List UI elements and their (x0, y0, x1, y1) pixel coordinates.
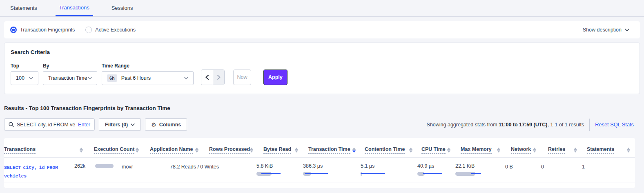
search-criteria-card: Search Criteria Top 100 By Transaction T… (4, 43, 640, 94)
execution-count-value: 262k (74, 163, 85, 169)
sort-icon (136, 148, 139, 153)
sort-icon (574, 148, 577, 153)
rows-processed-cell: 78.2 Reads / 0 Writes (170, 163, 223, 170)
sort-icon (409, 148, 412, 153)
search-enter-button[interactable]: Enter (78, 122, 90, 128)
column-header-transactions[interactable]: Transactions (4, 143, 88, 157)
time-next-button[interactable] (213, 70, 224, 85)
max-memory-cell: 22.1 KiB (455, 163, 505, 176)
column-header-rows-processed[interactable]: Rows Processed (203, 143, 256, 157)
column-header-application-name[interactable]: Application Name (144, 143, 203, 157)
time-range-label: Time Range (102, 63, 194, 69)
tab-sessions[interactable]: Sessions (108, 0, 137, 16)
results-table-card: Transactions Execution Count Application… (4, 138, 635, 188)
show-description-toggle[interactable]: Show description (583, 27, 629, 33)
top-field: Top 100 (11, 63, 38, 85)
stats-cluster: Showing aggregated stats from 11:00 to 1… (427, 119, 634, 131)
search-icon (9, 122, 14, 127)
radio-label: Active Executions (95, 27, 136, 33)
chevron-down-icon (184, 77, 188, 79)
sort-icon (80, 148, 83, 153)
max-memory-value: 22.1 KiB (455, 163, 475, 169)
chevron-down-icon (88, 77, 92, 79)
sort-icon (497, 148, 500, 153)
tab-statements[interactable]: Statements (7, 0, 41, 16)
top-select-value: 100 (16, 75, 25, 81)
by-field: By Transaction Time (43, 63, 97, 85)
search-input[interactable]: SELECT city, id FROM vehicles W Enter (4, 118, 95, 131)
statements-cell: 1 (582, 163, 635, 170)
tab-transactions[interactable]: Transactions (56, 0, 93, 16)
bytes-read-mean-line (261, 173, 281, 174)
chevron-left-icon (205, 75, 209, 80)
by-label: By (43, 63, 97, 69)
chevron-down-icon (625, 29, 629, 31)
search-criteria-title: Search Criteria (11, 49, 633, 55)
filters-label: Filters (0) (105, 122, 128, 128)
view-toggle-bar: Transaction Fingerprints Active Executio… (4, 21, 640, 38)
results-heading: Results - Top 100 Transaction Fingerprin… (4, 105, 640, 111)
column-header-max-memory[interactable]: Max Memory (455, 143, 505, 157)
aggregated-stats-text: Showing aggregated stats from 11:00 to 1… (427, 122, 584, 128)
top-select[interactable]: 100 (11, 71, 38, 85)
execution-count-bar (95, 164, 114, 168)
sort-icon (447, 148, 450, 153)
transaction-fingerprint-link[interactable]: SELECT city, id FROM vehicles (4, 163, 69, 181)
chevron-right-icon (217, 75, 221, 80)
sort-icon (295, 148, 298, 153)
transactions-table: Transactions Execution Count Application… (4, 143, 635, 182)
sort-icon (195, 148, 198, 153)
show-description-label: Show description (583, 27, 622, 33)
radio-active-executions[interactable]: Active Executions (85, 27, 136, 33)
cpu-time-cell: 40.9 µs (417, 163, 455, 176)
sort-desc-icon (352, 148, 356, 153)
column-header-contention-time[interactable]: Contention Time (361, 143, 417, 157)
contention-time-cell: 5.1 µs (361, 163, 417, 176)
columns-button[interactable]: ⚙ Columns (145, 118, 187, 131)
time-range-field: Time Range 6h Past 6 Hours (102, 63, 194, 85)
now-button[interactable]: Now (233, 70, 251, 85)
radio-label: Transaction Fingerprints (20, 27, 75, 33)
page-tabs: Statements Transactions Sessions (0, 0, 644, 17)
time-range-select[interactable]: 6h Past 6 Hours (102, 71, 194, 85)
time-range-badge: 6h (107, 74, 117, 82)
sort-icon (627, 148, 630, 153)
vertical-divider (589, 119, 590, 131)
reset-sql-stats-link[interactable]: Reset SQL Stats (595, 121, 634, 128)
search-criteria-controls: Top 100 By Transaction Time Time Range 6… (11, 63, 633, 85)
apply-button[interactable]: Apply (263, 70, 287, 85)
radio-unselected-icon (85, 27, 92, 33)
gear-icon: ⚙ (151, 121, 156, 128)
column-header-retries[interactable]: Retries (541, 143, 582, 157)
column-header-cpu-time[interactable]: CPU Time (417, 143, 455, 157)
by-select-value: Transaction Time (48, 75, 87, 81)
contention-time-mean-line (361, 173, 385, 174)
column-header-transaction-time[interactable]: Transaction Time (303, 143, 361, 157)
column-header-network[interactable]: Network (505, 143, 541, 157)
radio-selected-icon (10, 27, 17, 33)
sort-icon (250, 148, 253, 153)
top-label: Top (11, 63, 38, 69)
bytes-read-cell: 5.8 KiB (256, 163, 303, 176)
filters-button[interactable]: Filters (0) (99, 118, 141, 131)
time-nav-group (201, 70, 225, 85)
results-controls-row: SELECT city, id FROM vehicles W Enter Fi… (4, 118, 634, 131)
cpu-time-mean-line (423, 173, 442, 174)
columns-label: Columns (159, 122, 181, 128)
column-header-bytes-read[interactable]: Bytes Read (256, 143, 303, 157)
time-prev-button[interactable] (201, 70, 213, 85)
table-row: SELECT city, id FROM vehicles 262k movr … (4, 157, 635, 182)
max-memory-mean-line (471, 173, 481, 174)
radio-transaction-fingerprints[interactable]: Transaction Fingerprints (10, 27, 75, 33)
transaction-time-mean-line (305, 173, 328, 174)
bytes-read-value: 5.8 KiB (256, 163, 273, 169)
contention-time-value: 5.1 µs (361, 163, 374, 169)
column-header-statements[interactable]: Statements (582, 143, 635, 157)
sort-icon (533, 148, 536, 153)
search-input-value: SELECT city, id FROM vehicles W (17, 122, 75, 128)
time-range-value: Past 6 Hours (121, 75, 151, 81)
transaction-time-cell: 386.3 µs (303, 163, 361, 176)
column-header-execution-count[interactable]: Execution Count (88, 143, 144, 157)
by-select[interactable]: Transaction Time (43, 71, 97, 85)
table-header-row: Transactions Execution Count Application… (4, 143, 635, 157)
